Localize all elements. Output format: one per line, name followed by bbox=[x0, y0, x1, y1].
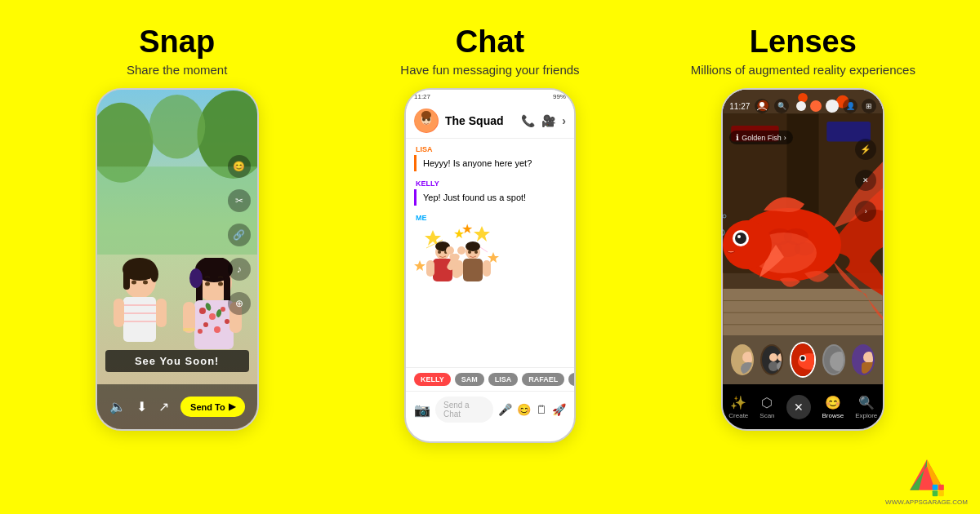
svg-point-88 bbox=[737, 235, 741, 238]
snap-arrow-icon: ▶ bbox=[229, 401, 235, 412]
chat-participants: KELLY SAM LISA RAFAEL ERIN bbox=[406, 367, 574, 391]
chat-header: The Squad 📞 🎥 › bbox=[406, 104, 574, 139]
svg-point-87 bbox=[735, 233, 746, 244]
chat-battery: 99% bbox=[553, 93, 566, 100]
chat-message-me: ME bbox=[414, 214, 566, 308]
svg-rect-116 bbox=[938, 491, 944, 497]
chat-input-field[interactable]: Send a Chat bbox=[435, 397, 493, 423]
svg-point-92 bbox=[760, 102, 764, 107]
chat-sender-lisa: LISA bbox=[416, 145, 566, 153]
watermark-url: WWW.APPSGARAGE.COM bbox=[885, 498, 968, 506]
svg-point-35 bbox=[205, 282, 210, 286]
snap-right-icons: 😊 ✂ 🔗 ♪ ⊕ bbox=[228, 155, 251, 315]
svg-rect-16 bbox=[131, 277, 139, 279]
svg-point-14 bbox=[131, 281, 136, 285]
chat-camera-icon[interactable]: 📷 bbox=[414, 402, 430, 418]
chat-time: 11:27 bbox=[414, 93, 430, 100]
svg-rect-12 bbox=[114, 299, 124, 327]
lenses-grid-icon[interactable]: ⊞ bbox=[862, 99, 876, 113]
profile-icon-svg bbox=[756, 100, 768, 112]
chat-sender-kelly: KELLY bbox=[416, 179, 566, 188]
chat-group-name: The Squad bbox=[445, 114, 514, 127]
svg-point-2 bbox=[149, 95, 205, 158]
lenses-create-tab[interactable]: ✨ Create bbox=[728, 395, 748, 419]
chat-sticker-icon[interactable]: 🗒 bbox=[536, 403, 547, 416]
snap-phone: 😊 ✂ 🔗 ♪ ⊕ See You Soon! 🔈 ⬇ ↗ Send To ▶ bbox=[96, 88, 259, 431]
snap-send-button[interactable]: Send To ▶ bbox=[180, 397, 245, 417]
svg-point-15 bbox=[143, 281, 148, 285]
lenses-top-right-icons: 👤 ⊞ bbox=[796, 99, 876, 113]
snap-music-icon[interactable]: ♪ bbox=[228, 258, 251, 281]
svg-point-55 bbox=[466, 241, 480, 251]
svg-rect-115 bbox=[932, 491, 938, 497]
svg-rect-37 bbox=[183, 328, 195, 331]
lenses-chevron-icon[interactable]: › bbox=[855, 201, 876, 222]
svg-point-89 bbox=[721, 229, 724, 236]
snap-sound-icon[interactable]: 🔈 bbox=[109, 399, 126, 414]
lenses-x-icon[interactable]: ✕ bbox=[855, 170, 876, 191]
create-label: Create bbox=[728, 412, 748, 419]
svg-point-22 bbox=[189, 268, 203, 288]
watermark: WWW.APPSGARAGE.COM bbox=[885, 456, 968, 506]
chat-phone: 11:27 99% The Squad bbox=[404, 88, 576, 443]
svg-rect-6 bbox=[123, 269, 130, 290]
snap-subtitle: Share the moment bbox=[127, 63, 227, 77]
lenses-browse-tab[interactable]: 😊 Browse bbox=[822, 395, 844, 419]
chat-video-icon[interactable]: 🎥 bbox=[541, 114, 555, 127]
svg-point-62 bbox=[474, 250, 478, 254]
explore-label: Explore bbox=[855, 412, 877, 419]
lenses-info-icon: ℹ bbox=[736, 133, 739, 142]
lenses-explore-tab[interactable]: 🔍 Explore bbox=[855, 395, 877, 419]
lenses-search-icon[interactable]: 🔍 bbox=[774, 99, 789, 113]
lenses-close-button[interactable]: ✕ bbox=[786, 395, 811, 419]
lenses-scan-tab[interactable]: ⬡ Scan bbox=[760, 395, 774, 419]
browse-icon: 😊 bbox=[825, 395, 841, 410]
chat-group-avatar bbox=[414, 109, 439, 133]
chat-more-icon[interactable]: › bbox=[562, 114, 566, 127]
chat-snap-icon[interactable]: 🚀 bbox=[552, 403, 566, 416]
lenses-phone: 11:27 🔍 bbox=[721, 88, 884, 431]
svg-rect-109 bbox=[862, 362, 875, 374]
snap-title: Snap bbox=[139, 24, 215, 60]
svg-point-24 bbox=[199, 308, 206, 314]
svg-point-60 bbox=[446, 246, 454, 255]
bitmoji-svg bbox=[414, 109, 439, 133]
participant-lisa: LISA bbox=[488, 373, 519, 386]
create-icon: ✨ bbox=[730, 395, 746, 410]
snap-emoji-icon[interactable]: 😊 bbox=[228, 155, 251, 178]
snap-link-icon[interactable]: 🔗 bbox=[228, 224, 251, 246]
svg-point-61 bbox=[468, 250, 471, 254]
lenses-right-side-icons: ⚡ ✕ › bbox=[855, 139, 876, 222]
svg-point-52 bbox=[438, 250, 441, 254]
lenses-lens-name: Golden Fish bbox=[742, 134, 782, 142]
svg-point-51 bbox=[457, 246, 466, 255]
lenses-bottom-bar: ✨ Create ⬡ Scan ✕ 😊 Browse 🔍 Explore bbox=[723, 384, 883, 429]
chat-call-icon[interactable]: 📞 bbox=[521, 114, 535, 127]
lenses-top-bar: 11:27 🔍 bbox=[723, 90, 883, 122]
chat-sticker-svg: ★ ★ bbox=[414, 224, 504, 305]
snap-phone-content: 😊 ✂ 🔗 ♪ ⊕ See You Soon! 🔈 ⬇ ↗ Send To ▶ bbox=[97, 90, 257, 429]
snap-text-overlay: See You Soon! bbox=[105, 350, 249, 372]
chat-input-placeholder: Send a Chat bbox=[443, 401, 470, 419]
snap-section: Snap Share the moment bbox=[24, 16, 329, 506]
lenses-flash-icon[interactable]: ⚡ bbox=[855, 139, 876, 160]
snap-timer-icon[interactable]: ⊕ bbox=[228, 292, 251, 315]
lenses-profile-icon[interactable] bbox=[755, 99, 769, 113]
participant-kelly: KELLY bbox=[414, 373, 451, 386]
chat-emoji-icon[interactable]: 😊 bbox=[517, 403, 531, 416]
chat-mic-icon[interactable]: 🎤 bbox=[498, 403, 512, 416]
svg-point-85 bbox=[723, 220, 772, 269]
lenses-add-friend-icon[interactable]: 👤 bbox=[843, 99, 858, 113]
chat-status-bar: 11:27 99% bbox=[406, 90, 574, 104]
snap-share-icon[interactable]: ↗ bbox=[158, 399, 169, 414]
svg-text:★: ★ bbox=[461, 224, 473, 236]
svg-rect-48 bbox=[426, 260, 434, 277]
snap-bottom-bar: 🔈 ⬇ ↗ Send To ▶ bbox=[97, 384, 257, 429]
chat-subtitle: Have fun messaging your friends bbox=[400, 63, 579, 77]
chat-bubble-kelly: Yep! Just found us a spot! bbox=[414, 189, 566, 206]
svg-rect-17 bbox=[143, 277, 150, 279]
svg-rect-56 bbox=[463, 259, 483, 281]
snap-download-icon[interactable]: ⬇ bbox=[136, 399, 147, 414]
participant-sam: SAM bbox=[455, 373, 484, 386]
snap-scissors-icon[interactable]: ✂ bbox=[228, 189, 251, 212]
